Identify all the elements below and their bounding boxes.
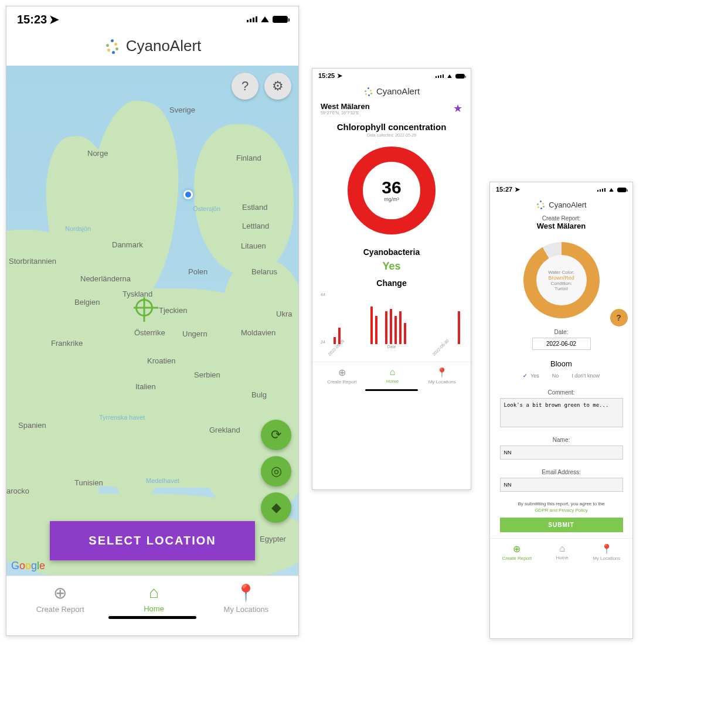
nav-create-report[interactable]: ⊕Create Report <box>36 583 84 622</box>
home-indicator[interactable] <box>108 616 196 619</box>
gdpr-text: By submitting this report, you agree to … <box>490 499 632 508</box>
submit-button[interactable]: SUBMIT <box>500 518 623 532</box>
status-icons <box>597 188 627 192</box>
app-header: CyanoAlert <box>6 29 298 66</box>
name-label: Name: <box>490 434 632 445</box>
gauge-value: 36 <box>382 179 401 196</box>
change-chart: 44 24 2022-05-05 Date 2022-05-30 <box>321 292 462 357</box>
water-color-ring-inner: Water Color: Brown/Red Condition: Turbid <box>536 255 587 305</box>
google-attribution: Google <box>11 560 45 572</box>
select-location-button[interactable]: SELECT LOCATION <box>50 521 255 560</box>
bottom-nav: ⊕Create Report ⌂Home 📍My Locations <box>6 576 298 622</box>
email-label: Email Address: <box>490 467 632 478</box>
plus-circle-icon: ⊕ <box>338 367 346 378</box>
app-header: CyanoAlert <box>312 81 471 102</box>
chart-bars <box>334 297 460 344</box>
condition-value: Turbid <box>554 286 567 291</box>
nav-create-report[interactable]: ⊕Create Report <box>502 543 532 570</box>
name-input[interactable] <box>500 445 623 460</box>
target-icon[interactable] <box>135 299 153 317</box>
status-time: 15:27➤ <box>496 186 520 193</box>
refresh-button[interactable]: ⟳ <box>261 420 291 450</box>
help-icon: ? <box>616 313 621 322</box>
app-name: CyanoAlert <box>549 200 586 209</box>
location-arrow-icon: ➤ <box>337 72 342 79</box>
bloom-title: Bloom <box>490 356 632 373</box>
bloom-option-yes[interactable]: ✓Yes <box>523 373 539 379</box>
battery-icon <box>455 74 465 79</box>
condition-label: Condition: <box>550 281 571 286</box>
status-time: 15:23➤ <box>17 12 59 26</box>
status-bar: 15:25➤ <box>312 69 471 81</box>
help-icon: ? <box>241 79 249 94</box>
signal-icon <box>436 74 444 78</box>
location-coords: 59°27'0"N, 16°7'32"E <box>321 111 370 115</box>
chlorophyll-gauge: 36 mg/m³ <box>348 147 436 234</box>
detail-screen: 15:25➤ CyanoAlert West Mälaren 59°27'0"N… <box>312 68 471 490</box>
status-icons <box>436 74 465 79</box>
plus-circle-icon: ⊕ <box>53 583 67 603</box>
app-name: CyanoAlert <box>126 37 202 55</box>
water-color-ring[interactable]: Water Color: Brown/Red Condition: Turbid <box>523 242 600 318</box>
refresh-icon: ⟳ <box>271 427 281 443</box>
comment-input[interactable] <box>500 398 623 427</box>
signal-icon <box>597 188 605 192</box>
water-color-label: Water Color: <box>548 270 574 275</box>
status-time: 15:25➤ <box>318 72 342 80</box>
plus-circle-icon: ⊕ <box>513 543 521 554</box>
locate-button[interactable]: ◎ <box>261 456 291 487</box>
nav-my-locations[interactable]: 📍My Locations <box>428 367 456 393</box>
bottom-nav: ⊕Create Report ⌂Home 📍My Locations <box>312 362 471 393</box>
wifi-icon <box>261 16 269 22</box>
bottom-nav: ⊕Create Report ⌂Home 📍My Locations <box>490 538 632 570</box>
water-color-ring-wrap: Water Color: Brown/Red Condition: Turbid… <box>523 242 600 318</box>
gauge-unit: mg/m³ <box>384 196 399 202</box>
data-collected: Data collected: 2022-05-29 <box>312 133 471 142</box>
wifi-icon <box>609 188 614 192</box>
map-fab-stack: ⟳ ◎ ◆ <box>261 420 291 523</box>
chart-y-min: 24 <box>321 340 325 344</box>
nav-my-locations[interactable]: 📍My Locations <box>593 543 620 570</box>
comment-label: Comment: <box>490 387 632 398</box>
nav-home[interactable]: ⌂Home <box>556 543 568 570</box>
help-button[interactable]: ? <box>232 73 258 100</box>
chart-x-label: Date <box>387 345 396 349</box>
map-corner-buttons: ? ⚙ <box>232 73 291 100</box>
layers-button[interactable]: ◆ <box>261 492 291 523</box>
status-bar: 15:23➤ <box>6 6 298 29</box>
chart-y-max: 44 <box>321 292 325 297</box>
report-header: Create Report: West Mälaren <box>490 215 632 236</box>
map-area[interactable]: Sverige Norge Finland Estland Lettland L… <box>6 66 298 576</box>
app-logo-icon <box>536 200 545 209</box>
pin-icon: 📍 <box>436 367 448 378</box>
star-icon[interactable]: ★ <box>453 102 462 115</box>
bloom-option-idk[interactable]: I don't know <box>571 373 600 379</box>
help-button[interactable]: ? <box>610 309 628 326</box>
date-input[interactable] <box>532 338 591 350</box>
map-background <box>6 66 298 576</box>
map-screen: 15:23➤ CyanoAlert <box>6 6 299 636</box>
nav-my-locations[interactable]: 📍My Locations <box>224 583 269 622</box>
home-indicator[interactable] <box>365 389 418 391</box>
check-icon: ✓ <box>523 373 528 379</box>
date-label: Date: <box>490 326 632 338</box>
report-header-label: Create Report: <box>498 215 624 222</box>
app-header: CyanoAlert <box>490 195 632 215</box>
location-arrow-icon: ➤ <box>515 186 520 193</box>
home-icon: ⌂ <box>390 367 396 377</box>
report-header-location: West Mälaren <box>498 222 624 230</box>
settings-button[interactable]: ⚙ <box>264 73 291 100</box>
status-icons <box>247 16 288 23</box>
pin-icon: 📍 <box>601 543 613 554</box>
bloom-options: ✓Yes No I don't know <box>490 373 632 387</box>
app-logo-icon <box>363 87 373 96</box>
bloom-option-no[interactable]: No <box>552 373 559 379</box>
email-input[interactable] <box>500 478 623 492</box>
user-location-dot <box>183 190 193 199</box>
nav-create-report[interactable]: ⊕Create Report <box>327 367 356 393</box>
cyanobacteria-value: Yes <box>312 257 471 278</box>
water-color-value: Brown/Red <box>548 275 574 281</box>
location-header: West Mälaren 59°27'0"N, 16°7'32"E ★ <box>312 102 471 120</box>
gdpr-link[interactable]: GDPR and Privacy Policy <box>490 508 632 518</box>
report-screen: 15:27➤ CyanoAlert Create Report: West Mä… <box>489 182 633 639</box>
